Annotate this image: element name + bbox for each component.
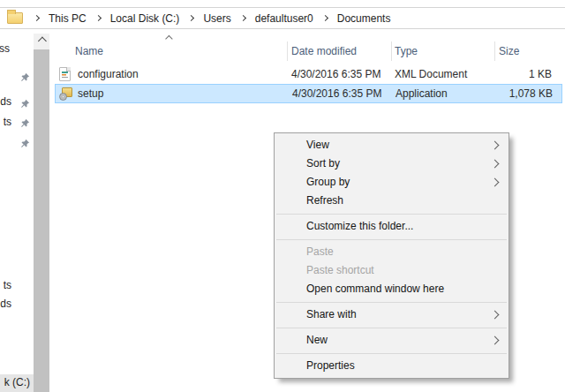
pin-icon bbox=[20, 118, 30, 128]
menu-item-label: Customize this folder... bbox=[306, 220, 413, 232]
file-name: setup bbox=[78, 85, 103, 102]
menu-separator bbox=[276, 239, 507, 240]
breadcrumb-defaultuser0[interactable]: defaultuser0 bbox=[253, 12, 315, 25]
menu-item-label: Properties bbox=[306, 359, 355, 372]
menu-item-group-by[interactable]: Group by bbox=[275, 173, 508, 192]
breadcrumb-chevron-icon[interactable] bbox=[240, 15, 246, 21]
file-name: configuration bbox=[78, 64, 139, 84]
address-bar[interactable]: This PC Local Disk (C:) Users defaultuse… bbox=[0, 7, 565, 29]
file-date-modified: 4/30/2016 6:35 PM bbox=[291, 64, 380, 84]
sidebar-item-local-disk-c[interactable]: k (C:) bbox=[4, 376, 30, 389]
breadcrumb-documents[interactable]: Documents bbox=[335, 12, 393, 25]
menu-item-share-with[interactable]: Share with bbox=[275, 305, 508, 324]
menu-item-label: Sort by bbox=[306, 157, 340, 170]
application-icon bbox=[59, 87, 73, 101]
breadcrumb-chevron-icon[interactable] bbox=[322, 15, 328, 21]
menu-item-label: New bbox=[306, 334, 328, 346]
file-explorer-window: { "address_bar": { "crumbs": ["This PC",… bbox=[0, 0, 565, 392]
breadcrumb-chevron-icon[interactable] bbox=[34, 15, 40, 21]
file-size: 1 KB bbox=[440, 64, 552, 84]
menu-item-view[interactable]: View bbox=[275, 136, 508, 155]
sidebar-item-downloads[interactable]: ds bbox=[0, 95, 11, 109]
file-size: 1,078 KB bbox=[441, 85, 553, 102]
menu-item-open-command-window-here[interactable]: Open command window here bbox=[275, 280, 508, 298]
column-header-name[interactable]: Name bbox=[75, 41, 103, 61]
menu-item-label: Paste shortcut bbox=[306, 264, 374, 276]
menu-item-refresh[interactable]: Refresh bbox=[275, 192, 508, 210]
menu-item-label: Paste bbox=[306, 245, 334, 258]
breadcrumb-this-pc[interactable]: This PC bbox=[47, 12, 88, 25]
pin-icon bbox=[20, 99, 30, 109]
menu-item-paste-shortcut: Paste shortcut bbox=[275, 261, 508, 280]
file-date-modified: 4/30/2016 6:35 PM bbox=[292, 85, 381, 102]
menu-item-label: Open command window here bbox=[306, 283, 444, 295]
menu-item-label: Share with bbox=[306, 308, 357, 320]
pin-icon bbox=[20, 72, 30, 82]
menu-item-new[interactable]: New bbox=[275, 331, 508, 350]
file-row-setup[interactable]: setup 4/30/2016 6:35 PM Application 1,07… bbox=[55, 84, 562, 103]
column-header-size[interactable]: Size bbox=[499, 41, 519, 61]
file-type: Application bbox=[396, 85, 448, 102]
column-divider[interactable] bbox=[287, 41, 288, 61]
menu-separator bbox=[276, 328, 507, 328]
column-header-date-modified[interactable]: Date modified bbox=[291, 41, 357, 61]
column-divider[interactable] bbox=[391, 41, 392, 61]
sidebar-item-documents-thispc[interactable]: ts bbox=[4, 279, 11, 292]
sidebar-item-downloads-thispc[interactable]: ds bbox=[0, 298, 11, 311]
sidebar-item-quick-access[interactable]: ss bbox=[0, 42, 10, 56]
menu-separator bbox=[276, 214, 507, 215]
xml-document-icon bbox=[58, 67, 72, 81]
breadcrumb-users[interactable]: Users bbox=[201, 12, 232, 25]
submenu-chevron-icon bbox=[491, 141, 500, 150]
menu-item-paste: Paste bbox=[275, 243, 508, 261]
sidebar-scrollbar-thumb[interactable] bbox=[34, 49, 49, 392]
menu-item-label: View bbox=[306, 139, 329, 151]
menu-item-sort-by[interactable]: Sort by bbox=[275, 155, 508, 173]
breadcrumb-local-disk-c[interactable]: Local Disk (C:) bbox=[109, 12, 182, 25]
menu-separator bbox=[276, 353, 507, 354]
menu-item-properties[interactable]: Properties bbox=[275, 357, 508, 375]
submenu-chevron-icon bbox=[491, 160, 500, 169]
sort-ascending-icon bbox=[165, 35, 172, 42]
menu-item-label: Refresh bbox=[306, 194, 343, 207]
submenu-chevron-icon bbox=[491, 311, 500, 320]
context-menu: View Sort by Group by Refresh Customize … bbox=[274, 132, 509, 379]
breadcrumb-chevron-icon[interactable] bbox=[188, 15, 194, 21]
column-header-type[interactable]: Type bbox=[395, 41, 418, 61]
file-row-configuration[interactable]: configuration 4/30/2016 6:35 PM XML Docu… bbox=[55, 64, 562, 84]
menu-item-customize-this-folder[interactable]: Customize this folder... bbox=[275, 217, 508, 236]
column-divider[interactable] bbox=[494, 41, 495, 61]
menu-item-label: Group by bbox=[306, 176, 350, 188]
submenu-chevron-icon bbox=[491, 336, 500, 345]
folder-icon bbox=[7, 12, 23, 24]
breadcrumb-chevron-icon[interactable] bbox=[95, 15, 102, 21]
pin-icon bbox=[20, 139, 30, 148]
sidebar-item-documents[interactable]: ts bbox=[4, 116, 11, 129]
menu-separator bbox=[276, 302, 507, 303]
submenu-chevron-icon bbox=[491, 178, 500, 187]
